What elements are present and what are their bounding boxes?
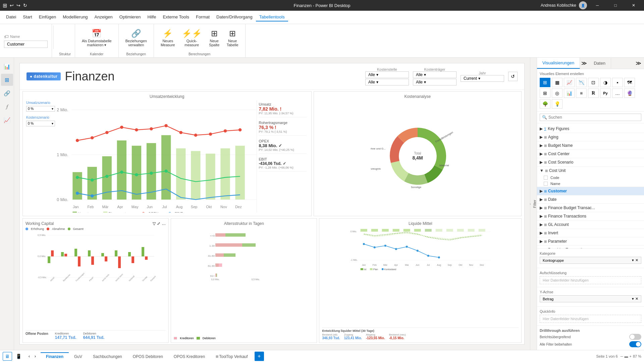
desktop-btn[interactable]: 🖥 [3, 352, 12, 361]
zoom-out-btn[interactable]: ─ [621, 354, 623, 358]
viz-line-btn[interactable]: 📈 [564, 78, 575, 87]
mobile-btn[interactable]: 📱 [13, 352, 24, 361]
close-button[interactable]: ✕ [626, 0, 641, 11]
zoom-in-btn[interactable]: + [629, 354, 631, 358]
tab-opos-kreditoren[interactable]: OPOS Kreditoren [168, 352, 210, 360]
neue-tabelle-button[interactable]: ⊞ NeueTabelle [224, 27, 241, 48]
tab-opos-debitoren[interactable]: OPOS Debitoren [127, 352, 168, 360]
viz-decomp-btn[interactable]: 🌳 [540, 99, 550, 109]
viz-matrix-btn[interactable]: ⊞ [540, 88, 550, 98]
menu-hilfe[interactable]: Hilfe [144, 13, 159, 21]
page-prev-btn[interactable]: ‹ [26, 353, 32, 359]
menu-format[interactable]: Format [193, 13, 213, 21]
menu-daten-drillvorgang[interactable]: Daten/Drillvorgang [213, 13, 256, 21]
field-header-payables[interactable]: ▶ ⊞ Payables Transactions [537, 246, 644, 248]
user-avatar[interactable]: 👤 [579, 1, 587, 9]
jahr-select[interactable]: Current ▾ [461, 75, 504, 82]
y-achse-close-icon[interactable]: ✕ [635, 297, 638, 301]
menu-start[interactable]: Start [19, 13, 35, 21]
berichtsuebergreifend-toggle[interactable] [629, 334, 641, 340]
menu-einfuegen[interactable]: Einfügen [36, 13, 59, 21]
maximize-button[interactable]: □ [608, 0, 623, 11]
y-achse-chip[interactable]: Betrag ▾ ✕ [540, 295, 641, 302]
menu-modellierung[interactable]: Modellierung [59, 13, 91, 21]
zoom-slider[interactable]: ▬ [624, 354, 628, 358]
datumstabelle-button[interactable]: 📅 Als Datumstabellemarkieren ▾ [79, 27, 114, 49]
kostenstelle-value-select[interactable]: Alle ▾ [365, 79, 409, 85]
field-header-finance-trans[interactable]: ▶ ⊞ Finance Transactions [537, 212, 644, 220]
field-header-gl-account[interactable]: ▶ ⊞ GL Account [537, 221, 644, 229]
kostenstelle-select[interactable]: Alle ▾ [365, 71, 409, 78]
viz-area-btn[interactable]: 📉 [576, 78, 587, 87]
panel-expand-icon[interactable]: ≫ [633, 59, 644, 68]
name-input[interactable] [4, 41, 48, 48]
kostenszenario-select[interactable]: 0 % ▾ [26, 121, 55, 126]
menu-externe-tools[interactable]: Externe Tools [159, 13, 193, 21]
viz-table-btn[interactable]: ⊞ [540, 78, 550, 87]
code-checkbox[interactable] [544, 176, 548, 180]
search-input[interactable] [548, 115, 639, 120]
viz-slicer-btn[interactable]: ≡ [576, 88, 587, 98]
neues-measure-button[interactable]: ⚡ NeuesMeasure [158, 27, 178, 48]
field-header-customer[interactable]: ▶ ⊞ Customer [537, 187, 644, 195]
viz-expand-btn[interactable]: ≫ [580, 59, 588, 68]
field-header-parameter[interactable]: ▶ ⊞ Parameter [537, 237, 644, 245]
viz-more-btn[interactable]: … [612, 88, 623, 98]
page-next-btn[interactable]: › [33, 353, 38, 359]
refresh-icon[interactable]: ↻ [23, 3, 27, 8]
sidebar-report-icon[interactable]: 📊 [1, 60, 13, 72]
y-achse-chevron-icon[interactable]: ▾ [632, 297, 634, 301]
umsatzszenario-select[interactable]: 0 % ▾ [26, 106, 55, 112]
field-header-key-figures[interactable]: ▶ ∑ Key Figures [537, 125, 644, 133]
filter-icon[interactable]: ▽ [153, 221, 156, 226]
sidebar-model-icon[interactable]: 🔗 [1, 87, 13, 99]
field-item-code[interactable]: Code [537, 175, 644, 181]
field-item-name[interactable]: Name [537, 181, 644, 187]
viz-scatter-btn[interactable]: ⊡ [588, 78, 599, 87]
viz-map-btn[interactable]: 🗺 [624, 78, 635, 87]
expand-icon[interactable]: ⤢ [157, 221, 160, 226]
undo-icon[interactable]: ↩ [10, 3, 14, 8]
field-header-finance-budget[interactable]: ▶ ⊞ Finance Budget Transac... [537, 204, 644, 212]
viz-kpi-btn[interactable]: 📊 [564, 88, 575, 98]
chip-chevron-icon[interactable]: ▾ [632, 258, 634, 262]
add-page-button[interactable]: + [255, 352, 264, 361]
viz-ai-btn[interactable]: 🔮 [624, 88, 635, 98]
quickmeasure-button[interactable]: ⚡⚡ Quick-measure [179, 27, 205, 48]
refresh-button[interactable]: ↺ [508, 72, 518, 81]
field-header-aging[interactable]: ▶ ⊞ Aging [537, 133, 644, 141]
viz-gauge-btn[interactable]: ◎ [552, 88, 562, 98]
more-icon[interactable]: … [162, 221, 166, 226]
menu-optimieren[interactable]: Optimieren [116, 13, 144, 21]
field-header-cost-scenario[interactable]: ▶ ⊞ Cost Scenario [537, 158, 644, 166]
viz-treemap-btn[interactable]: ▪ [612, 78, 623, 87]
field-header-budget-name[interactable]: ▶ ⊞ Budget Name [537, 141, 644, 149]
menu-datei[interactable]: Datei [3, 13, 19, 21]
viz-py-btn[interactable]: Py [600, 88, 611, 98]
menu-tabellentools[interactable]: Tabellentools [256, 13, 288, 21]
minimize-button[interactable]: ─ [590, 0, 605, 11]
field-header-date[interactable]: ▶ ⊞ Date [537, 195, 644, 203]
viz-bar-btn[interactable]: ▦ [552, 78, 562, 87]
field-header-cost-center[interactable]: ▶ ⊞ Cost Center [537, 150, 644, 158]
tab-tooltop-verkauf[interactable]: ⊞ ToolTop Verkauf [210, 352, 253, 360]
sidebar-metrics-icon[interactable]: 📈 [1, 114, 13, 126]
kostentraeger-select[interactable]: Alle ▾ [413, 71, 457, 78]
tab-daten[interactable]: Daten [588, 58, 611, 68]
menu-anzeigen[interactable]: Anzeigen [91, 13, 116, 21]
tab-guv[interactable]: GuV [69, 352, 88, 360]
name-checkbox[interactable] [544, 182, 548, 186]
viz-smart-btn[interactable]: 💡 [552, 99, 562, 109]
neue-spalte-button[interactable]: ⊞ NeueSpalte [206, 27, 223, 48]
viz-r-btn[interactable]: R [588, 88, 599, 98]
field-header-invert[interactable]: ▶ ⊞ Invert [537, 229, 644, 237]
beziehungen-verwalten-button[interactable]: 🔗 Beziehungenverwalten [123, 27, 150, 48]
tab-sachbuchungen[interactable]: Sachbuchungen [88, 352, 127, 360]
quickinfo-placeholder[interactable]: Hier Datenfelder hinzufügen [540, 315, 641, 323]
viz-pie-btn[interactable]: ◑ [600, 78, 611, 87]
redo-icon[interactable]: ↪ [16, 3, 20, 8]
kategorie-chip[interactable]: Kontogruppe ▾ ✕ [540, 257, 641, 264]
alle-filter-toggle[interactable] [629, 341, 641, 347]
sidebar-data-icon[interactable]: ⊞ [1, 74, 13, 86]
chip-close-icon[interactable]: ✕ [635, 258, 638, 262]
